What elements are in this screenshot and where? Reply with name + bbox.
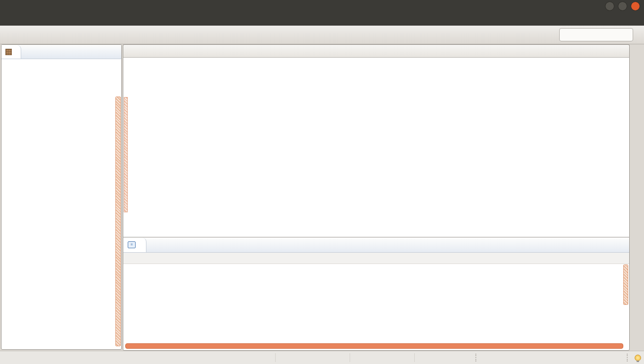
editor-tab-bar: [123, 44, 630, 58]
console-panel: ≡: [123, 237, 630, 351]
console-output[interactable]: [123, 264, 629, 266]
statusbar-grip: [475, 354, 476, 362]
menu-bar: [0, 12, 644, 26]
package-explorer-tab[interactable]: [1, 45, 21, 59]
package-explorer-toolbar: [1, 59, 121, 71]
code-editor[interactable]: [123, 58, 630, 237]
insert-mode-status: [350, 353, 414, 362]
window-controls: [605, 1, 640, 11]
console-horizontal-scrollbar[interactable]: [125, 343, 623, 349]
minimize-button[interactable]: [605, 1, 614, 11]
cursor-position-status: [414, 353, 466, 362]
minimized-views-bar: [630, 44, 644, 351]
console-icon: ≡: [128, 241, 136, 248]
package-explorer-header: [1, 45, 121, 59]
range-indicator: [124, 97, 128, 212]
lightbulb-icon[interactable]: [635, 355, 641, 361]
status-bar: [0, 351, 644, 364]
main-area: ≡: [0, 44, 644, 351]
main-toolbar: [0, 26, 644, 44]
explorer-scrollbar[interactable]: [115, 97, 121, 346]
editor-area: ≡: [123, 44, 630, 351]
maximize-button[interactable]: [618, 1, 627, 11]
title-bar: [0, 0, 644, 12]
console-status-line: [123, 253, 629, 264]
package-explorer-panel: [1, 44, 122, 350]
console-vertical-scrollbar[interactable]: [623, 265, 628, 305]
package-explorer-icon: [5, 49, 12, 55]
console-tab[interactable]: ≡: [123, 238, 146, 252]
writable-status: [275, 353, 350, 362]
toolbar-right: [559, 28, 644, 41]
close-button[interactable]: [631, 1, 640, 11]
console-header: ≡: [123, 237, 629, 253]
quick-access-button[interactable]: [559, 28, 633, 41]
